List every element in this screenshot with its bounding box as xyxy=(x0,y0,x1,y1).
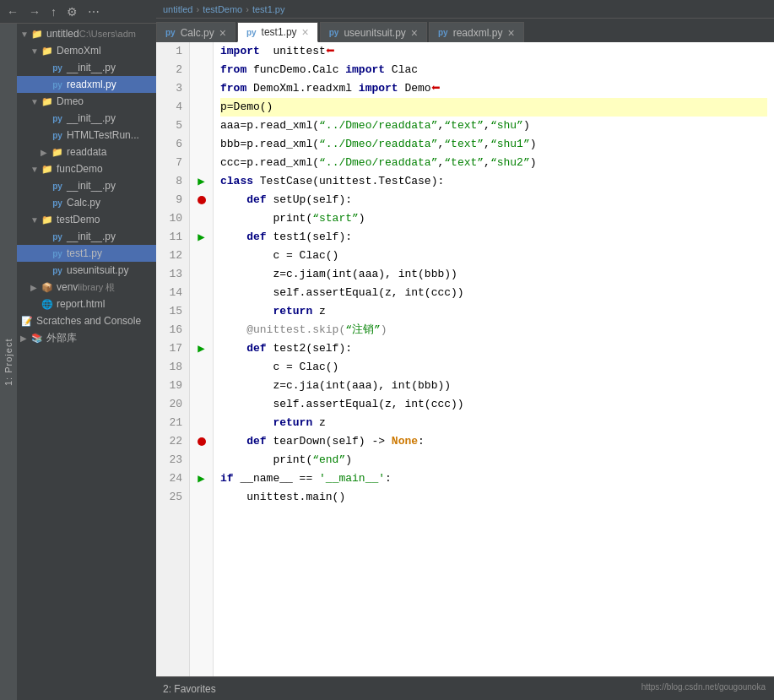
tab-readxml-close[interactable]: × xyxy=(507,26,514,40)
code-line-12: c = Clac() xyxy=(220,247,767,265)
code-line-22: def tearDown(self) -> None: xyxy=(220,432,767,451)
tree-label: testDemo xyxy=(57,214,100,225)
tree-item-testdemo[interactable]: ▼📁testDemo xyxy=(17,211,156,228)
project-tab-label[interactable]: 1: Project xyxy=(0,24,17,700)
gutter-line-4 xyxy=(190,98,213,117)
tree-item-report-html[interactable]: 🌐report.html xyxy=(17,296,156,312)
tab-readxml[interactable]: py readxml.py × xyxy=(429,22,524,42)
tree-item-calc-py[interactable]: pyCalc.py xyxy=(17,194,156,211)
breakpoint-indicator[interactable] xyxy=(198,437,206,446)
code-line-20: self.assertEqual(z, int(ccc)) xyxy=(220,395,767,414)
gutter-line-7 xyxy=(190,154,213,172)
tab-calc[interactable]: py Calc.py × xyxy=(156,22,235,42)
breadcrumb-testdemo[interactable]: testDemo xyxy=(203,4,242,14)
run-arrow[interactable]: ▶ xyxy=(198,231,204,243)
decorator-token: @unittest.skip( xyxy=(220,321,345,339)
tree-item---init---py[interactable]: py__init__.py xyxy=(17,228,156,245)
code-token: self.assertEqual(z, int(ccc)) xyxy=(220,395,464,414)
tree-item-dmeo[interactable]: ▼📁Dmeo xyxy=(17,93,156,110)
code-token: Demo xyxy=(398,79,431,98)
code-line-8: class TestCase(unittest.TestCase): xyxy=(220,172,767,191)
scratches-item[interactable]: 📝 Scratches and Console xyxy=(17,312,156,329)
line-num-6: 6 xyxy=(156,135,182,154)
line-numbers: 1234567891011121314151617181920212223242… xyxy=(156,42,190,676)
line-num-16: 16 xyxy=(156,321,182,339)
sidebar-toolbar: ← → ↑ ⚙ ⋯ xyxy=(0,0,156,24)
run-arrow[interactable]: ▶ xyxy=(198,473,204,485)
line-num-3: 3 xyxy=(156,79,182,98)
tab-calc-close[interactable]: × xyxy=(219,26,226,40)
run-arrow[interactable]: ▶ xyxy=(198,343,204,355)
code-token: p=Demo() xyxy=(220,98,273,117)
sidebar-btn-more[interactable]: ⋯ xyxy=(84,3,103,20)
string-token: “shu1” xyxy=(490,135,530,154)
line-num-1: 1 xyxy=(156,42,182,61)
file-tree: ▼📁untitled C:\Users\adm▼📁DemoXmlpy__init… xyxy=(17,24,156,700)
run-arrow[interactable]: ▶ xyxy=(198,176,204,187)
code-content[interactable]: import unittest ⬅from funcDemo.Calc impo… xyxy=(214,42,774,676)
breadcrumb-test1[interactable]: test1.py xyxy=(252,4,285,14)
tree-item---init---py[interactable]: py__init__.py xyxy=(17,177,156,194)
sidebar-btn-back[interactable]: ← xyxy=(3,3,22,20)
code-token: c = Clac() xyxy=(220,358,338,377)
tree-item-readdata[interactable]: ▶📁readdata xyxy=(17,144,156,160)
status-text: 2: Favorites xyxy=(163,683,216,695)
code-token: test2(self): xyxy=(267,339,352,358)
scratches-icon: 📝 xyxy=(20,314,34,328)
tab-test1-close[interactable]: × xyxy=(302,25,309,39)
keyword-token: return xyxy=(220,414,312,432)
external-lib-item[interactable]: ▶ 📚 外部库 xyxy=(17,329,156,346)
gutter-line-22 xyxy=(190,432,213,451)
decorator-token: ) xyxy=(381,321,387,339)
line-num-23: 23 xyxy=(156,451,182,469)
tree-arrow: ▼ xyxy=(30,215,41,225)
line-num-22: 22 xyxy=(156,432,182,451)
tab-readxml-icon: py xyxy=(438,28,448,37)
breadcrumb-untitled[interactable]: untitled xyxy=(163,4,192,14)
tab-useunitsuit-label: useunitsuit.py xyxy=(344,27,405,39)
code-line-15: return z xyxy=(220,302,767,321)
tree-label: readxml.py xyxy=(67,79,116,90)
sidebar-btn-up[interactable]: ↑ xyxy=(47,3,60,20)
gutter-line-11: ▶ xyxy=(190,228,213,247)
gutter-line-9 xyxy=(190,191,213,209)
expand-arrow: ▶ xyxy=(20,334,30,343)
py-icon: py xyxy=(51,230,64,243)
string-token: “注销” xyxy=(345,321,381,339)
tree-label: report.html xyxy=(57,298,105,310)
sidebar-btn-forward[interactable]: → xyxy=(25,3,44,20)
code-token: tearDown(self) -> xyxy=(267,432,392,451)
tree-item---init---py[interactable]: py__init__.py xyxy=(17,59,156,76)
tree-item-htmltestrun---[interactable]: pyHTMLTestRun... xyxy=(17,127,156,144)
tree-arrow: ▼ xyxy=(20,30,30,39)
line-num-17: 17 xyxy=(156,339,182,358)
code-token: unittest xyxy=(260,42,326,61)
sidebar: ← → ↑ ⚙ ⋯ 1: Project ▼📁untitled C:\Users… xyxy=(0,0,156,700)
tree-item-venv[interactable]: ▶📦venv library 根 xyxy=(17,279,156,296)
tree-item-funcdemo[interactable]: ▼📁funcDemo xyxy=(17,160,156,177)
tree-item-useunitsuit-py[interactable]: pyuseunitsuit.py xyxy=(17,262,156,279)
sidebar-btn-settings[interactable]: ⚙ xyxy=(63,3,81,20)
tab-calc-icon: py xyxy=(165,28,176,37)
tree-label: __init__.py xyxy=(67,62,116,73)
tab-test1[interactable]: py test1.py × xyxy=(237,22,318,42)
line-num-10: 10 xyxy=(156,209,182,228)
line-num-21: 21 xyxy=(156,414,182,432)
tree-item---init---py[interactable]: py__init__.py xyxy=(17,110,156,127)
tab-useunitsuit-close[interactable]: × xyxy=(411,26,418,40)
tree-label: __init__.py xyxy=(67,180,116,192)
breakpoint-indicator[interactable] xyxy=(198,196,206,204)
code-line-5: aaa=p.read_xml(“../Dmeo/readdata”,“text”… xyxy=(220,117,767,135)
gutter-line-6 xyxy=(190,135,213,154)
code-token: bbb=p.read_xml( xyxy=(220,135,319,154)
code-line-19: z=c.jia(int(aaa), int(bbb)) xyxy=(220,377,767,395)
code-line-7: ccc=p.read_xml(“../Dmeo/readdata”,“text”… xyxy=(220,154,767,172)
tree-item-readxml-py[interactable]: pyreadxml.py xyxy=(17,76,156,93)
code-token: print( xyxy=(220,451,312,469)
tab-readxml-label: readxml.py xyxy=(453,27,503,39)
tab-useunitsuit[interactable]: py useunitsuit.py × xyxy=(320,22,427,42)
tree-item-test1-py[interactable]: pytest1.py xyxy=(17,245,156,262)
tree-item-untitled[interactable]: ▼📁untitled C:\Users\adm xyxy=(17,25,156,42)
code-line-3: from DemoXml.readxml import Demo ⬅ xyxy=(220,79,767,98)
tree-item-demoxml[interactable]: ▼📁DemoXml xyxy=(17,42,156,59)
